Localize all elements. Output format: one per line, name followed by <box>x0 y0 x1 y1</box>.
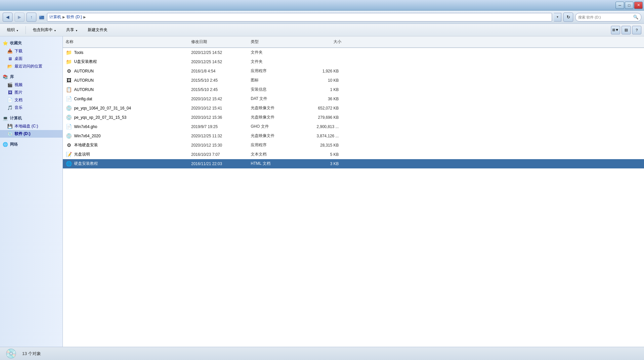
maximize-button[interactable]: □ <box>625 2 633 9</box>
window-controls: ─ □ ✕ <box>616 2 643 9</box>
table-row[interactable]: 📄 Config.dat 2020/10/12 15:42 DAT 文件 36 … <box>63 94 644 104</box>
back-button[interactable]: ◀ <box>3 13 13 22</box>
table-row[interactable]: 💿 pe_yqs_xp_20_07_31_15_53 2020/10/12 15… <box>63 113 644 122</box>
minimize-button[interactable]: ─ <box>616 2 624 9</box>
file-icon: 📄 <box>65 123 72 130</box>
file-name: AUTORUN <box>74 69 94 73</box>
file-icon: 💿 <box>65 105 72 112</box>
col-header-date[interactable]: 修改日期 <box>189 38 248 46</box>
location-icon <box>38 14 45 21</box>
table-row[interactable]: 📋 AUTORUN 2015/5/10 2:45 安装信息 1 KB <box>63 85 644 94</box>
file-date: 2020/12/25 14:52 <box>189 60 248 64</box>
music-icon: 🎵 <box>7 105 13 111</box>
file-name: pe_yqs_1064_20_07_31_16_04 <box>74 106 131 111</box>
view-options-button[interactable]: ⊞▼ <box>611 26 620 34</box>
file-icon: ⚙ <box>65 142 72 149</box>
file-type: 应用程序 <box>248 142 301 148</box>
table-row[interactable]: 📁 U盘安装教程 2020/12/25 14:52 文件夹 <box>63 57 644 67</box>
file-icon: ⚙ <box>65 68 72 74</box>
address-dropdown-button[interactable]: ▼ <box>554 13 561 22</box>
breadcrumb-sep-1: ▶ <box>63 15 65 19</box>
sidebar-item-recent[interactable]: 📂 最近访问的位置 <box>0 63 63 70</box>
sidebar-header-library[interactable]: 📚 库 <box>0 73 63 81</box>
table-row[interactable]: 📄 Win7x64.gho 2019/9/7 19:25 GHO 文件 2,90… <box>63 122 644 131</box>
document-label: 文档 <box>15 97 22 103</box>
forward-button[interactable]: ▶ <box>15 13 24 22</box>
new-folder-label: 新建文件夹 <box>88 27 107 33</box>
sidebar-header-network[interactable]: 🌐 网络 <box>0 140 63 149</box>
table-row[interactable]: 💿 Win7x64_2020 2020/12/25 11:32 光盘映像文件 3… <box>63 131 644 141</box>
organize-button[interactable]: 组织 <box>3 25 23 35</box>
computer-icon: 💻 <box>3 116 8 121</box>
file-name: U盘安装教程 <box>74 59 97 65</box>
preview-pane-button[interactable]: ▤ <box>622 26 631 34</box>
file-icon: 📄 <box>65 96 72 102</box>
computer-label: 计算机 <box>10 115 22 121</box>
sidebar-header-favorites[interactable]: ⭐ 收藏夹 <box>0 39 63 47</box>
file-date: 2016/11/21 22:03 <box>189 161 248 166</box>
sidebar-item-downloads[interactable]: 📥 下载 <box>0 47 63 55</box>
file-name-cell: ⚙ 本地硬盘安装 <box>63 142 189 149</box>
downloads-label: 下载 <box>15 48 22 54</box>
sidebar-item-document[interactable]: 📄 文档 <box>0 96 63 104</box>
refresh-button[interactable]: ↻ <box>563 13 573 22</box>
status-bar: 💿 13 个对象 <box>0 347 644 360</box>
table-row[interactable]: 🌐 硬盘安装教程 2016/11/21 22:03 HTML 文档 3 KB <box>63 159 644 168</box>
file-rows-container: 📁 Tools 2020/12/25 14:52 文件夹 📁 U盘安装教程 20… <box>63 48 644 168</box>
search-input[interactable] <box>578 15 632 19</box>
breadcrumb-drive-d[interactable]: 软件 (D:) <box>66 14 82 20</box>
table-row[interactable]: ⚙ 本地硬盘安装 2020/10/12 15:30 应用程序 28,315 KB <box>63 141 644 150</box>
file-icon: 📁 <box>65 59 72 65</box>
new-folder-button[interactable]: 新建文件夹 <box>83 25 112 35</box>
table-row[interactable]: 📁 Tools 2020/12/25 14:52 文件夹 <box>63 48 644 57</box>
toolbar: 组织 包含到库中 共享 新建文件夹 ⊞▼ ▤ ? <box>0 24 644 36</box>
sidebar-item-drive-d[interactable]: 💿 软件 (D:) <box>0 130 63 138</box>
sidebar-header-computer[interactable]: 💻 计算机 <box>0 114 63 122</box>
col-header-type[interactable]: 类型 <box>248 38 301 46</box>
file-type: 应用程序 <box>248 68 301 74</box>
table-row[interactable]: 🖼 AUTORUN 2015/5/10 2:45 图标 10 KB <box>63 76 644 85</box>
include-library-button[interactable]: 包含到库中 <box>28 25 61 35</box>
sidebar-item-desktop[interactable]: 🖥 桌面 <box>0 55 63 63</box>
favorites-icon: ⭐ <box>3 41 8 46</box>
file-type: 光盘映像文件 <box>248 114 301 120</box>
col-header-name[interactable]: 名称 <box>63 38 189 46</box>
close-button[interactable]: ✕ <box>634 2 643 9</box>
breadcrumb-computer[interactable]: 计算机 <box>49 14 61 20</box>
up-button[interactable]: ↑ <box>26 13 36 22</box>
breadcrumb-bar: 计算机 ▶ 软件 (D:) ▶ <box>47 13 552 22</box>
table-row[interactable]: 💿 pe_yqs_1064_20_07_31_16_04 2020/10/12 … <box>63 104 644 113</box>
file-icon: 💿 <box>65 133 72 139</box>
video-label: 视频 <box>15 82 22 88</box>
file-date: 2016/1/8 4:54 <box>189 69 248 73</box>
drive-d-icon: 💿 <box>7 131 13 137</box>
network-icon: 🌐 <box>3 142 8 147</box>
title-bar: ─ □ ✕ <box>0 0 644 11</box>
document-icon: 📄 <box>7 98 13 103</box>
file-icon: 💿 <box>65 114 72 121</box>
include-chevron-icon <box>54 28 56 32</box>
col-header-size[interactable]: 大小 <box>301 38 344 46</box>
sidebar-item-video[interactable]: 🎬 视频 <box>0 81 63 89</box>
search-icon[interactable]: 🔍 <box>633 15 638 20</box>
sidebar-item-music[interactable]: 🎵 音乐 <box>0 104 63 112</box>
include-library-label: 包含到库中 <box>33 27 53 33</box>
file-icon: 🌐 <box>65 160 72 167</box>
table-row[interactable]: ⚙ AUTORUN 2016/1/8 4:54 应用程序 1,926 KB <box>63 67 644 76</box>
file-name-cell: 🖼 AUTORUN <box>63 77 189 84</box>
sidebar-item-picture[interactable]: 🖼 图片 <box>0 89 63 96</box>
sidebar-item-drive-c[interactable]: 💾 本地磁盘 (C:) <box>0 122 63 130</box>
file-type: 文件夹 <box>248 59 301 65</box>
favorites-label: 收藏夹 <box>10 40 22 46</box>
file-name-cell: 📄 Win7x64.gho <box>63 123 189 130</box>
file-name: Config.dat <box>74 97 92 101</box>
table-row[interactable]: 📝 光盘说明 2016/10/23 7:07 文本文档 5 KB <box>63 150 644 159</box>
file-name-cell: ⚙ AUTORUN <box>63 68 189 74</box>
file-size: 1,926 KB <box>301 69 344 73</box>
recent-label: 最近访问的位置 <box>15 64 42 69</box>
file-name: Tools <box>74 50 83 55</box>
share-button[interactable]: 共享 <box>62 25 82 35</box>
file-icon: 📁 <box>65 49 72 56</box>
help-button[interactable]: ? <box>632 26 641 34</box>
sidebar: ⭐ 收藏夹 📥 下载 🖥 桌面 📂 最近访问的位置 📚 库 <box>0 36 63 347</box>
